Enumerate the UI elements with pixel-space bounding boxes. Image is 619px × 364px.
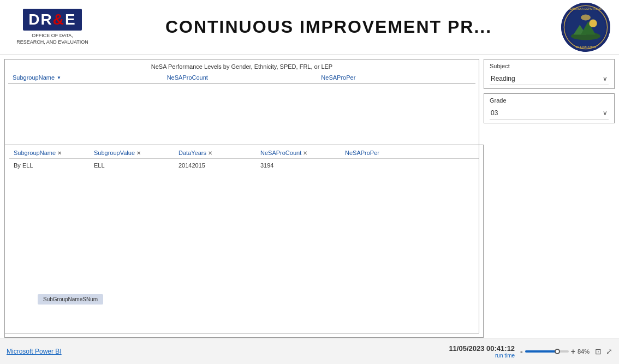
zoom-control: - + 84% (520, 347, 590, 356)
header: DR&E OFFICE OF DATA,RESEARCH, AND EVALUA… (0, 0, 619, 55)
grade-dropdown-group: Grade 03 ∨ (484, 93, 615, 123)
grade-chevron-icon: ∨ (603, 109, 608, 117)
right-panel: Subject Reading ∨ Grade 03 ∨ (484, 59, 615, 333)
filter-subgroup-name-icon[interactable]: ✕ (57, 150, 62, 156)
subject-chevron-icon: ∨ (603, 75, 608, 82)
col-nesa-pro-per: NeSAProPer (321, 74, 475, 81)
footer: Microsoft Power BI 11/05/2023 00:41:12 r… (0, 338, 619, 364)
zoom-plus-button[interactable]: + (571, 347, 575, 356)
data-col-subgroup-value-label: SubgroupValue (94, 150, 135, 156)
footer-right: 11/05/2023 00:41:12 run time - + 84% ⊡ ⤢ (449, 344, 612, 359)
data-table-header: SubgroupName ✕ SubgroupValue ✕ DataYears… (9, 150, 479, 159)
cell-nesa-pro-count: 3194 (260, 162, 345, 169)
table-row: By ELL ELL 20142015 3194 (9, 161, 479, 169)
fullscreen-icon[interactable]: ⤢ (606, 347, 612, 356)
runtime-timestamp: 11/05/2023 00:41:12 (449, 344, 515, 353)
zoom-slider[interactable] (525, 350, 569, 353)
data-panel: SubgroupName ✕ SubgroupValue ✕ DataYears… (4, 145, 484, 338)
cell-nesa-pro-per (345, 162, 479, 169)
data-col-data-years-label: DataYears (178, 150, 206, 156)
zoom-percentage: 84% (578, 348, 590, 355)
col-subgroup-name[interactable]: SubgroupName ▼ (8, 74, 167, 81)
subject-dropdown-group: Subject Reading ∨ (484, 59, 615, 89)
subgroup-chip: SubGroupNameSNum (38, 294, 103, 305)
zoom-minus-button[interactable]: - (520, 347, 523, 356)
sort-icon-subgroup: ▼ (57, 75, 61, 80)
data-col-nesa-pro-count-label: NeSAProCount (260, 150, 301, 156)
runtime-label: run time (495, 353, 515, 359)
data-col-nesa-pro-per: NeSAProPer (345, 150, 479, 156)
cell-data-years: 20142015 (178, 162, 260, 169)
col-nesa-pro-per-label: NeSAProPer (321, 74, 355, 81)
power-bi-link[interactable]: Microsoft Power BI (7, 348, 62, 355)
svg-point-6 (589, 19, 597, 27)
grade-label: Grade (490, 97, 609, 104)
zoom-slider-fill (525, 350, 556, 353)
filter-nesa-pro-count-icon[interactable]: ✕ (303, 150, 307, 156)
table-header: SubgroupName ▼ NeSAProCount NeSAProPer (8, 74, 475, 83)
cell-subgroup-name: By ELL (9, 162, 94, 169)
data-col-data-years[interactable]: DataYears ✕ (178, 150, 260, 156)
zoom-slider-thumb (555, 349, 560, 354)
filter-subgroup-value-icon[interactable]: ✕ (136, 150, 141, 156)
runtime-info: 11/05/2023 00:41:12 run time (449, 344, 515, 359)
data-col-subgroup-name-label: SubgroupName (14, 150, 56, 156)
col-subgroup-name-label: SubgroupName (13, 74, 55, 81)
cell-subgroup-value: ELL (94, 162, 178, 169)
subject-label: Subject (490, 63, 609, 69)
logo-area: DR&E OFFICE OF DATA,RESEARCH, AND EVALUA… (9, 9, 96, 45)
data-col-nesa-pro-per-label: NeSAProPer (345, 150, 379, 156)
svg-text:NEBRASKA DEPARTMENT: NEBRASKA DEPARTMENT (568, 7, 603, 10)
col-nesa-pro-count-label: NeSAProCount (167, 74, 208, 81)
col-nesa-pro-count: NeSAProCount (167, 74, 322, 81)
footer-icons: ⊡ ⤢ (595, 347, 612, 356)
fit-page-icon[interactable]: ⊡ (595, 347, 602, 356)
data-col-subgroup-name[interactable]: SubgroupName ✕ (9, 150, 94, 156)
grade-value: 03 (491, 109, 498, 117)
svg-text:OF EDUCATION: OF EDUCATION (575, 45, 596, 48)
svg-point-7 (581, 14, 591, 20)
page-title: CONTINUOUS IMPROVEMENT PR... (96, 17, 561, 37)
subgroup-chip-label: SubGroupNameSNum (43, 296, 98, 302)
logo-subtitle: OFFICE OF DATA,RESEARCH, AND EVALUATION (16, 33, 88, 45)
data-col-subgroup-value[interactable]: SubgroupValue ✕ (94, 150, 178, 156)
subject-value: Reading (491, 75, 515, 82)
subject-dropdown[interactable]: Reading ∨ (490, 73, 609, 85)
grade-dropdown[interactable]: 03 ∨ (490, 107, 609, 120)
data-col-nesa-pro-count[interactable]: NeSAProCount ✕ (260, 150, 345, 156)
nebraska-seal: NEBRASKA DEPARTMENT OF EDUCATION (561, 3, 610, 52)
filter-data-years-icon[interactable]: ✕ (208, 150, 212, 156)
left-panel-title: NeSA Performance Levels by Gender, Ethni… (8, 63, 475, 71)
logo: DR&E (23, 9, 81, 31)
